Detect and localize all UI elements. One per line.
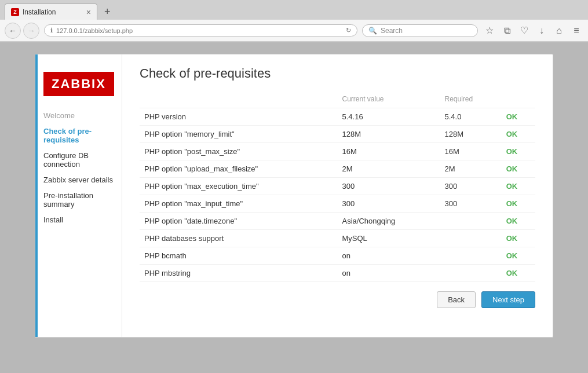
cell-status: OK (502, 178, 535, 195)
search-bar[interactable]: 🔍 Search (362, 24, 478, 37)
cell-required: 300 (440, 178, 501, 195)
cell-status: OK (502, 265, 535, 282)
sidebar-item-welcome[interactable]: Welcome (35, 108, 122, 123)
col-required: Required (440, 93, 501, 108)
star-icon[interactable]: ☆ (483, 24, 496, 38)
cell-current: on (338, 265, 440, 282)
cell-status: OK (502, 108, 535, 126)
back-button[interactable]: Back (437, 291, 476, 308)
page-background: ZABBIX Welcome Check of pre-requisites C… (0, 42, 588, 373)
cell-status: OK (502, 247, 535, 265)
next-step-button[interactable]: Next step (481, 291, 535, 308)
cell-current: MySQL (338, 230, 440, 247)
sidebar-item-summary[interactable]: Pre-installation summary (35, 188, 122, 212)
cell-name: PHP option "post_max_size" (140, 143, 338, 160)
sidebar-item-server[interactable]: Zabbix server details (35, 172, 122, 188)
table-row: PHP option "post_max_size" 16M 16M OK (140, 143, 535, 160)
cell-name: PHP databases support (140, 230, 338, 247)
table-row: PHP option "memory_limit" 128M 128M OK (140, 126, 535, 143)
cell-current: 300 (338, 195, 440, 213)
cell-required: 300 (440, 195, 501, 213)
button-row: Back Next step (140, 282, 535, 310)
cell-current: 5.4.16 (338, 108, 440, 126)
address-bar[interactable]: ℹ 127.0.0.1/zabbix/setup.php ↻ (44, 24, 357, 36)
heart-icon[interactable]: ♡ (517, 24, 531, 38)
cell-status: OK (502, 126, 535, 143)
cell-current: on (338, 247, 440, 265)
tab-close-button[interactable]: × (82, 8, 91, 17)
cell-required (440, 230, 501, 247)
main-content: Check of pre-requisites Current value Re… (122, 54, 553, 337)
new-tab-button[interactable]: + (101, 5, 114, 19)
cell-required (440, 247, 501, 265)
download-icon[interactable]: ↓ (535, 24, 549, 38)
forward-button[interactable]: → (23, 23, 39, 39)
cell-status: OK (502, 143, 535, 160)
table-row: PHP option "max_input_time" 300 300 OK (140, 195, 535, 213)
sidebar-nav: Welcome Check of pre-requisites Configur… (35, 108, 122, 228)
cell-current: 16M (338, 143, 440, 160)
cell-status: OK (502, 195, 535, 213)
browser-chrome: Z Installation × + ← → ℹ 127.0.0.1/zabbi… (0, 0, 588, 42)
cell-name: PHP bcmath (140, 247, 338, 265)
refresh-button[interactable]: ↻ (346, 27, 351, 34)
tab-title: Installation (23, 8, 56, 16)
check-table-wrapper[interactable]: Current value Required PHP version 5.4.1… (140, 93, 535, 282)
sidebar-active-bar (35, 54, 38, 337)
cell-current: Asia/Chongqing (338, 213, 440, 230)
cell-current: 128M (338, 126, 440, 143)
menu-icon[interactable]: ≡ (569, 24, 583, 38)
cell-status: OK (502, 230, 535, 247)
cell-required: 2M (440, 160, 501, 178)
page-title: Check of pre-requisites (140, 66, 535, 81)
sidebar-item-prereqs[interactable]: Check of pre-requisites (35, 123, 122, 148)
cell-name: PHP option "upload_max_filesize" (140, 160, 338, 178)
search-icon: 🔍 (368, 27, 377, 35)
table-body: PHP version 5.4.16 5.4.0 OK PHP option "… (140, 108, 535, 282)
cell-required: 16M (440, 143, 501, 160)
nav-bar: ← → ℹ 127.0.0.1/zabbix/setup.php ↻ 🔍 Sea… (0, 20, 588, 42)
sidebar-item-db[interactable]: Configure DB connection (35, 148, 122, 172)
cell-required: 5.4.0 (440, 108, 501, 126)
sidebar: ZABBIX Welcome Check of pre-requisites C… (35, 54, 122, 337)
home-icon[interactable]: ⌂ (552, 24, 566, 38)
tab-favicon: Z (11, 8, 19, 16)
toolbar-icons: ☆ ⧉ ♡ ↓ ⌂ ≡ (483, 24, 583, 38)
cell-name: PHP mbstring (140, 265, 338, 282)
col-name (140, 93, 338, 108)
address-text: 127.0.0.1/zabbix/setup.php (56, 27, 133, 34)
check-table: Current value Required PHP version 5.4.1… (140, 93, 535, 282)
table-header-row: Current value Required (140, 93, 535, 108)
active-tab[interactable]: Z Installation × (5, 3, 97, 20)
table-row: PHP databases support MySQL OK (140, 230, 535, 247)
tab-bar: Z Installation × + (0, 0, 588, 20)
search-placeholder: Search (381, 27, 403, 35)
cell-current: 300 (338, 178, 440, 195)
cell-name: PHP option "max_input_time" (140, 195, 338, 213)
cell-required (440, 265, 501, 282)
table-row: PHP option "max_execution_time" 300 300 … (140, 178, 535, 195)
cell-status: OK (502, 213, 535, 230)
info-icon: ℹ (50, 27, 53, 34)
screenshot-icon[interactable]: ⧉ (500, 24, 514, 38)
sidebar-item-install[interactable]: Install (35, 212, 122, 228)
cell-status: OK (502, 160, 535, 178)
installer-card: ZABBIX Welcome Check of pre-requisites C… (35, 54, 553, 338)
table-row: PHP version 5.4.16 5.4.0 OK (140, 108, 535, 126)
cell-name: PHP option "max_execution_time" (140, 178, 338, 195)
cell-name: PHP option "date.timezone" (140, 213, 338, 230)
cell-name: PHP option "memory_limit" (140, 126, 338, 143)
col-status (502, 93, 535, 108)
cell-current: 2M (338, 160, 440, 178)
col-current: Current value (338, 93, 440, 108)
zabbix-logo: ZABBIX (43, 72, 114, 96)
cell-required: 128M (440, 126, 501, 143)
table-row: PHP option "upload_max_filesize" 2M 2M O… (140, 160, 535, 178)
table-row: PHP option "date.timezone" Asia/Chongqin… (140, 213, 535, 230)
table-row: PHP mbstring on OK (140, 265, 535, 282)
back-button[interactable]: ← (5, 23, 21, 39)
cell-required (440, 213, 501, 230)
cell-name: PHP version (140, 108, 338, 126)
table-row: PHP bcmath on OK (140, 247, 535, 265)
